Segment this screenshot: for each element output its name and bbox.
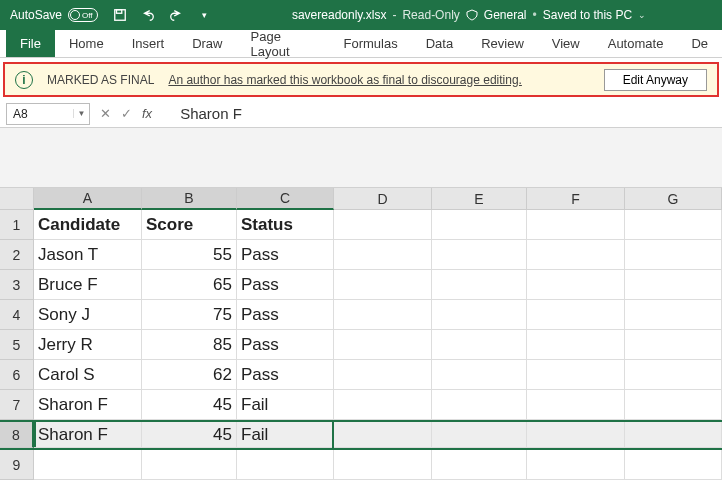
formula-input[interactable]: Sharon F [162, 105, 722, 122]
name-box-dropdown-icon[interactable]: ▼ [73, 109, 89, 118]
cell[interactable]: Jerry R [34, 330, 142, 360]
cell[interactable] [527, 360, 625, 390]
col-header-e[interactable]: E [432, 188, 527, 210]
row-header[interactable]: 4 [0, 300, 34, 330]
cell[interactable]: Pass [237, 240, 334, 270]
cell[interactable] [334, 240, 432, 270]
cell[interactable] [237, 450, 334, 480]
cell[interactable] [527, 210, 625, 240]
cell[interactable]: Sharon F [34, 390, 142, 420]
tab-draw[interactable]: Draw [178, 30, 236, 57]
cell[interactable] [527, 450, 625, 480]
cell[interactable] [432, 422, 527, 448]
col-header-c[interactable]: C [237, 188, 334, 210]
cell[interactable] [625, 390, 722, 420]
cell[interactable] [432, 390, 527, 420]
cell[interactable] [334, 390, 432, 420]
cell[interactable] [527, 240, 625, 270]
cell[interactable] [142, 450, 237, 480]
cell[interactable] [527, 300, 625, 330]
cell[interactable]: 45 [142, 390, 237, 420]
cell[interactable]: 55 [142, 240, 237, 270]
autosave-toggle[interactable]: Off [68, 8, 98, 22]
cell[interactable] [432, 240, 527, 270]
cell[interactable]: Carol S [34, 360, 142, 390]
col-header-a[interactable]: A [34, 188, 142, 210]
cell[interactable]: 62 [142, 360, 237, 390]
cell[interactable] [432, 210, 527, 240]
cell[interactable]: Pass [237, 330, 334, 360]
cell[interactable]: 65 [142, 270, 237, 300]
name-box[interactable]: A8 ▼ [6, 103, 90, 125]
cell[interactable] [527, 330, 625, 360]
cell[interactable]: Sharon F [34, 422, 142, 448]
cell[interactable] [625, 210, 722, 240]
cell[interactable]: Status [237, 210, 334, 240]
cell[interactable] [527, 422, 625, 448]
tab-pagelayout[interactable]: Page Layout [237, 30, 330, 57]
cell[interactable] [432, 270, 527, 300]
cell[interactable] [625, 330, 722, 360]
tab-file[interactable]: File [6, 30, 55, 57]
fx-icon[interactable]: fx [142, 106, 152, 121]
cell[interactable]: Pass [237, 360, 334, 390]
cell[interactable] [334, 360, 432, 390]
cell[interactable] [625, 300, 722, 330]
cell[interactable] [432, 330, 527, 360]
cell[interactable] [527, 390, 625, 420]
cell[interactable] [625, 270, 722, 300]
cell[interactable]: Sony J [34, 300, 142, 330]
cell[interactable]: 85 [142, 330, 237, 360]
cell[interactable]: Bruce F [34, 270, 142, 300]
cell[interactable] [432, 450, 527, 480]
row-header[interactable]: 5 [0, 330, 34, 360]
col-header-d[interactable]: D [334, 188, 432, 210]
row-header[interactable]: 9 [0, 450, 34, 480]
cell[interactable] [432, 300, 527, 330]
cell[interactable] [432, 360, 527, 390]
cell[interactable]: Jason T [34, 240, 142, 270]
cell[interactable] [334, 210, 432, 240]
cell[interactable]: 45 [142, 422, 237, 448]
cell[interactable] [334, 330, 432, 360]
row-header[interactable]: 3 [0, 270, 34, 300]
tab-insert[interactable]: Insert [118, 30, 179, 57]
cell[interactable]: Pass [237, 300, 334, 330]
row-header[interactable]: 7 [0, 390, 34, 420]
qat-dropdown-icon[interactable]: ▾ [196, 7, 212, 23]
cell[interactable] [334, 422, 432, 448]
cancel-icon[interactable]: ✕ [100, 106, 111, 121]
cell[interactable]: Fail [237, 390, 334, 420]
tab-view[interactable]: View [538, 30, 594, 57]
cell[interactable] [625, 450, 722, 480]
tab-review[interactable]: Review [467, 30, 538, 57]
col-header-b[interactable]: B [142, 188, 237, 210]
select-all-corner[interactable] [0, 188, 34, 210]
cell[interactable] [625, 240, 722, 270]
undo-icon[interactable] [140, 7, 156, 23]
cell[interactable] [625, 422, 722, 448]
cell[interactable] [334, 300, 432, 330]
col-header-g[interactable]: G [625, 188, 722, 210]
tab-data[interactable]: Data [412, 30, 467, 57]
cell[interactable] [527, 270, 625, 300]
cell[interactable]: Fail [237, 422, 334, 448]
spreadsheet-grid[interactable]: A B C D E F G 1 Candidate Score Status 2… [0, 188, 722, 480]
confirm-icon[interactable]: ✓ [121, 106, 132, 121]
title-dropdown-icon[interactable]: ⌄ [638, 10, 646, 20]
cell[interactable]: Pass [237, 270, 334, 300]
cell[interactable]: Candidate [34, 210, 142, 240]
redo-icon[interactable] [168, 7, 184, 23]
tab-automate[interactable]: Automate [594, 30, 678, 57]
tab-home[interactable]: Home [55, 30, 118, 57]
row-header[interactable]: 1 [0, 210, 34, 240]
cell[interactable]: Score [142, 210, 237, 240]
tab-developer[interactable]: De [677, 30, 722, 57]
col-header-f[interactable]: F [527, 188, 625, 210]
cell[interactable] [625, 360, 722, 390]
cell[interactable] [34, 450, 142, 480]
row-header[interactable]: 6 [0, 360, 34, 390]
cell[interactable] [334, 450, 432, 480]
edit-anyway-button[interactable]: Edit Anyway [604, 69, 707, 91]
cell[interactable]: 75 [142, 300, 237, 330]
